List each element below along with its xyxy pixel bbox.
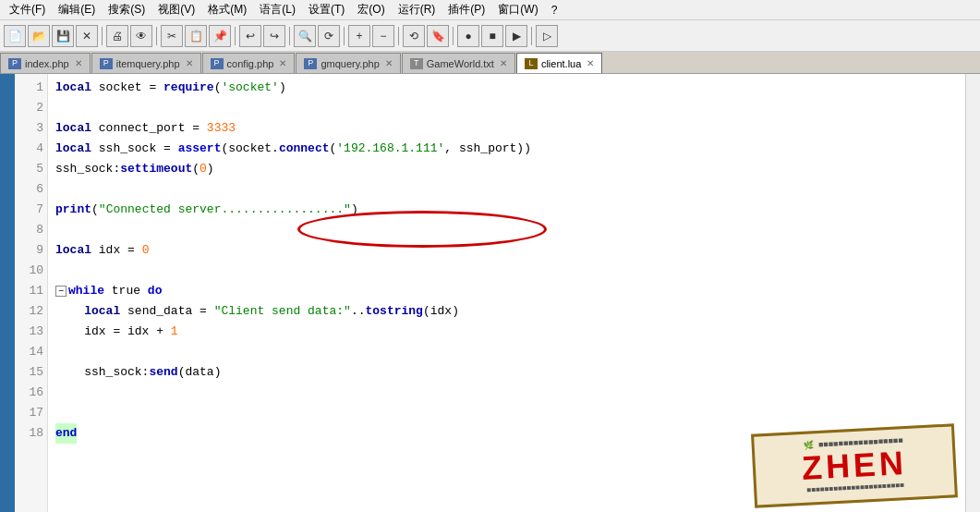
line-num-14: 14 [18,342,43,362]
toolbar-close[interactable]: ✕ [76,25,98,47]
toolbar-sep7 [453,27,454,45]
menu-format[interactable]: 格式(M) [202,1,252,18]
watermark-bottom-text: ■■■■■■■■■■■■■■■■■■■■■■ [806,475,905,500]
code-line-14 [55,342,958,362]
code-line-15: ssh_sock: send (data) [55,362,958,383]
fn-assert: assert [178,139,222,159]
tab-icon-3: P [211,58,224,69]
toolbar-print[interactable]: 🖨 [106,25,128,47]
line-num-10: 10 [18,261,43,281]
tab-client-lua[interactable]: L client.lua ✕ [516,53,602,73]
menu-macro[interactable]: 宏(O) [352,1,390,18]
toolbar-macro-stop[interactable]: ■ [481,25,503,47]
toolbar: 📄 📂 💾 ✕ 🖨 👁 ✂ 📋 📌 ↩ ↪ 🔍 ⟳ + − ⟲ 🔖 ● ■ ▶ … [0,20,980,52]
toolbar-zoom-in[interactable]: + [348,25,370,47]
toolbar-undo[interactable]: ↩ [239,25,261,47]
code-line-5: ssh_sock: settimeout ( 0 ) [55,159,958,179]
fn-require: require [163,78,214,98]
collapse-icon-11[interactable]: − [55,286,67,297]
toolbar-replace[interactable]: ⟳ [318,25,340,47]
code-line-9: local idx = 0 [55,240,958,261]
menu-view[interactable]: 视图(V) [152,1,200,18]
toolbar-macro-rec[interactable]: ● [457,25,479,47]
toolbar-open[interactable]: 📂 [28,25,50,47]
kw-do: do [148,281,163,301]
menu-language[interactable]: 语言(L) [254,1,301,18]
line-num-8: 8 [18,220,43,240]
tab-close-6[interactable]: ✕ [587,58,594,68]
toolbar-cut[interactable]: ✂ [161,25,183,47]
line-num-3: 3 [18,118,43,139]
code-line-7: print ( "Connected server...............… [55,200,958,220]
menu-file[interactable]: 文件(F) [4,1,51,18]
code-area[interactable]: local socket = require ( 'socket' ) loca… [48,74,965,512]
kw-local-12: local [84,301,120,322]
toolbar-preview[interactable]: 👁 [130,25,152,47]
fn-print: print [55,200,91,220]
tab-close-2[interactable]: ✕ [186,58,193,68]
menu-run[interactable]: 运行(R) [393,1,442,18]
code-line-3: local connect_port = 3333 [55,118,958,139]
kw-local-3: local [55,118,91,139]
tab-label-6: client.lua [541,58,581,69]
kw-while: while [68,281,104,301]
menu-window[interactable]: 窗口(W) [492,1,543,18]
fn-connect: connect [279,139,330,159]
tab-close-1[interactable]: ✕ [75,58,82,68]
tab-gameworld-txt[interactable]: T GameWorld.txt ✕ [402,53,515,73]
code-line-8 [55,220,958,240]
editor-container: 1 2 3 4 5 6 7 8 9 10 11 12 13 14 15 16 1… [0,74,980,512]
tab-close-4[interactable]: ✕ [385,58,393,68]
menu-search[interactable]: 搜索(S) [103,1,151,18]
toolbar-paste[interactable]: 📌 [209,25,231,47]
fn-tostring: tostring [366,301,423,322]
toolbar-new[interactable]: 📄 [4,25,26,47]
kw-end: end [55,423,77,444]
code-line-13: idx = idx + 1 [55,322,958,342]
tab-gmquery-php[interactable]: P gmquery.php ✕ [296,53,400,73]
fn-settimeout: settimeout [120,159,192,179]
watermark-stamp: 🌿 ■■■■■■■■■■■■■■■■■ ZHEN ■■■■■■■■■■■■■■■… [751,423,958,507]
toolbar-sync[interactable]: ⟲ [403,25,425,47]
toolbar-run[interactable]: ▷ [536,25,558,47]
toolbar-macro-play[interactable]: ▶ [505,25,527,47]
watermark-main-text: ZHEN [802,453,908,479]
line-num-6: 6 [18,179,43,200]
toolbar-save[interactable]: 💾 [52,25,74,47]
toolbar-copy[interactable]: 📋 [185,25,207,47]
toolbar-zoom-out[interactable]: − [372,25,394,47]
code-line-6 [55,179,958,200]
toolbar-bookmark[interactable]: 🔖 [427,25,449,47]
code-line-10 [55,261,958,281]
tab-close-5[interactable]: ✕ [500,58,507,68]
tab-icon-4: P [304,58,317,69]
toolbar-sep4 [289,27,290,45]
menu-settings[interactable]: 设置(T) [303,1,350,18]
tab-itemquery-php[interactable]: P itemquery.php ✕ [91,53,201,73]
kw-local-4: local [55,139,91,159]
line-num-11: 11 [18,281,43,301]
code-line-2 [55,98,958,118]
toolbar-find[interactable]: 🔍 [294,25,316,47]
code-line-17 [55,403,958,423]
menu-edit[interactable]: 编辑(E) [53,1,101,18]
tab-index-php[interactable]: P index.php ✕ [0,53,91,73]
menu-plugins[interactable]: 插件(P) [442,1,490,18]
line-num-1: 1 [18,78,43,98]
tab-icon-5: T [410,58,423,69]
toolbar-redo[interactable]: ↪ [263,25,285,47]
line-num-13: 13 [18,322,43,342]
tab-label-3: config.php [227,58,274,69]
tab-close-3[interactable]: ✕ [279,58,286,68]
menu-bar: 文件(F) 编辑(E) 搜索(S) 视图(V) 格式(M) 语言(L) 设置(T… [0,0,980,20]
tab-label-5: GameWorld.txt [427,58,494,69]
toolbar-sep3 [235,27,236,45]
right-scrollbar[interactable] [965,74,980,512]
tab-config-php[interactable]: P config.php ✕ [202,53,296,73]
code-line-4: local ssh_sock = assert (socket. connect… [55,139,958,159]
line-num-15: 15 [18,362,43,383]
menu-help[interactable]: ? [546,3,563,18]
line-num-7: 7 [18,200,43,220]
code-line-16 [55,383,958,403]
tabs-bar: P index.php ✕ P itemquery.php ✕ P config… [0,52,980,74]
